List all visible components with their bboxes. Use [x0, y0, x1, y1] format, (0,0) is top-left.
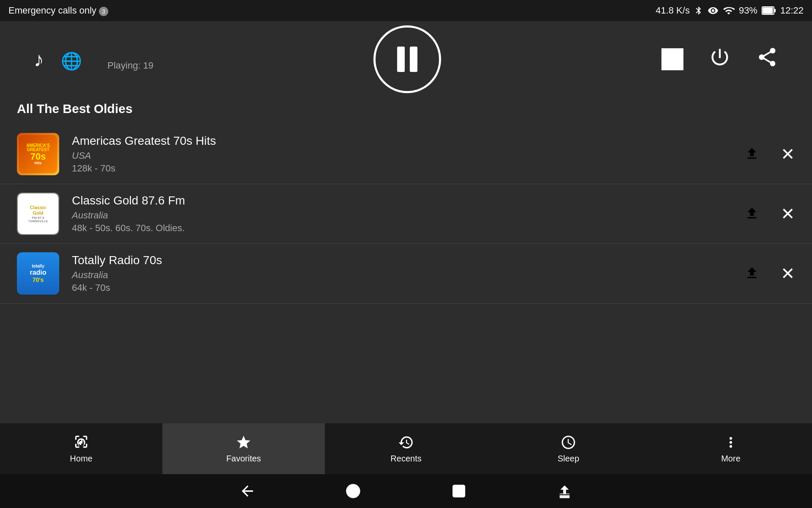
svg-rect-7	[560, 497, 569, 498]
network-speed: 41.8 K/s	[656, 5, 690, 16]
playing-text: Playing: 19	[107, 60, 154, 71]
home-icon-wrap	[73, 434, 89, 450]
android-download-btn[interactable]	[554, 480, 575, 502]
nav-label-sleep: Sleep	[557, 454, 579, 464]
station-bitrate-3: 64k - 70s	[72, 282, 732, 293]
station-list: America's Greatest 70s Hits Americas Gre…	[0, 124, 812, 423]
table-row[interactable]: America's Greatest 70s Hits Americas Gre…	[0, 124, 812, 184]
emergency-calls-text: Emergency calls only	[8, 5, 96, 16]
remove-button-3[interactable]: ✕	[781, 264, 795, 283]
station-info-2: Classic Gold 87.6 Fm Australia 48k - 50s…	[59, 194, 744, 234]
power-button[interactable]	[709, 46, 731, 73]
bluetooth-icon	[694, 5, 703, 17]
svg-point-5	[347, 485, 359, 497]
left-top-controls: ♪ 🌐 Playing: 19	[34, 48, 154, 71]
history-icon	[398, 434, 414, 450]
nav-item-home[interactable]: Home	[0, 423, 162, 474]
upload-button-2[interactable]	[744, 205, 760, 223]
visibility-icon	[708, 5, 719, 16]
bottom-nav: Home Favorites Recents Sleep More	[0, 423, 812, 474]
station-logo-70s-hits: America's Greatest 70s Hits	[17, 133, 59, 175]
svg-point-4	[80, 441, 82, 443]
svg-rect-6	[453, 486, 465, 497]
right-controls	[661, 46, 778, 73]
station-actions-2: ✕	[744, 204, 795, 224]
nav-label-home: Home	[70, 454, 92, 464]
upload-button-1[interactable]	[744, 145, 760, 163]
nav-item-recents[interactable]: Recents	[325, 423, 487, 474]
viewfinder-icon	[73, 434, 89, 450]
notification-count: 3	[99, 7, 108, 16]
top-controls: ♪ 🌐 Playing: 19	[0, 21, 812, 97]
music-icon: ♪	[34, 48, 44, 71]
nav-label-recents: Recents	[390, 454, 421, 464]
nav-item-favorites[interactable]: Favorites	[162, 423, 325, 474]
nav-item-sleep[interactable]: Sleep	[487, 423, 650, 474]
sleep-icon	[560, 434, 576, 450]
nav-item-more[interactable]: More	[650, 423, 812, 474]
station-logo-totally-radio: totally radio 70's	[17, 252, 59, 295]
app-container: ♪ 🌐 Playing: 19 All The Best Oldie	[0, 21, 812, 423]
status-bar: Emergency calls only 3 41.8 K/s 93% 12:2…	[0, 0, 812, 21]
battery-text: 93%	[739, 5, 757, 16]
pause-icon	[397, 47, 417, 72]
status-bar-right: 41.8 K/s 93% 12:22	[656, 5, 804, 17]
nav-label-favorites: Favorites	[226, 454, 261, 464]
station-info-1: Americas Greatest 70s Hits USA 128k - 70…	[59, 134, 744, 174]
station-actions-3: ✕	[744, 264, 795, 283]
station-bitrate-2: 48k - 50s. 60s. 70s. Oldies.	[72, 223, 732, 234]
time-display: 12:22	[780, 5, 804, 16]
table-row[interactable]: ClassicGold FM 87.6 TOWNSVILLE Classic G…	[0, 184, 812, 244]
battery-icon	[762, 6, 776, 15]
share-button[interactable]	[756, 46, 778, 72]
svg-rect-1	[774, 9, 776, 12]
nav-label-more: More	[721, 454, 741, 464]
station-country-1: USA	[72, 150, 732, 161]
station-actions-1: ✕	[744, 144, 795, 164]
android-home-btn[interactable]	[343, 480, 364, 502]
remove-button-1[interactable]: ✕	[781, 144, 795, 164]
star-icon	[236, 434, 252, 450]
station-name-3: Totally Radio 70s	[72, 254, 732, 267]
more-icon	[723, 434, 739, 450]
globe-icon[interactable]: 🌐	[61, 51, 82, 71]
station-logo-classic-gold: ClassicGold FM 87.6 TOWNSVILLE	[17, 193, 59, 235]
table-row[interactable]: totally radio 70's Totally Radio 70s Aus…	[0, 244, 812, 304]
pause-bar-right	[410, 47, 417, 72]
station-bitrate-1: 128k - 70s	[72, 163, 732, 174]
android-nav	[0, 474, 812, 508]
playlist-title: All The Best Oldies	[0, 97, 812, 124]
android-back-btn[interactable]	[237, 480, 258, 502]
station-country-3: Australia	[72, 270, 732, 281]
pause-bar-left	[397, 47, 405, 72]
station-country-2: Australia	[72, 210, 732, 221]
svg-rect-2	[763, 8, 773, 14]
station-name-1: Americas Greatest 70s Hits	[72, 134, 732, 148]
center-controls	[373, 25, 441, 93]
stop-button[interactable]	[661, 48, 683, 70]
android-square-btn[interactable]	[448, 480, 469, 502]
station-info-3: Totally Radio 70s Australia 64k - 70s	[59, 254, 744, 293]
station-name-2: Classic Gold 87.6 Fm	[72, 194, 732, 207]
pause-button[interactable]	[373, 25, 441, 93]
remove-button-2[interactable]: ✕	[781, 204, 795, 224]
upload-button-3[interactable]	[744, 265, 760, 283]
wifi-icon	[723, 5, 735, 17]
